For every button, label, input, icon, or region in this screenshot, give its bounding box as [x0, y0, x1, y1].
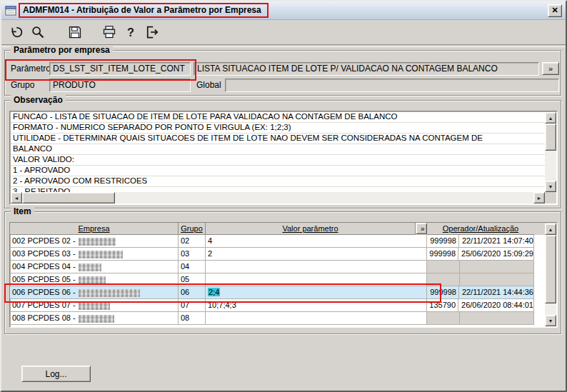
scroll-up-button[interactable]: ▲: [545, 112, 556, 124]
operador-code: 999998: [427, 286, 459, 298]
table-row[interactable]: 005 PCPDES 05 - 05: [10, 273, 557, 286]
title-bar: ADMFM014 - Atribuição de Valor a Parâmet…: [1, 1, 566, 20]
table-header: Empresa Grupo Valor parâmetro » Operador…: [10, 223, 557, 235]
scroll-right-button[interactable]: ►: [533, 192, 545, 203]
cell-valor: [206, 261, 427, 273]
vscroll-thumb[interactable]: [545, 235, 556, 303]
atualizacao-datetime: [460, 261, 463, 273]
operador-code: 135790: [427, 299, 458, 311]
cell-grupo: 03: [179, 248, 206, 261]
column-header-empresa[interactable]: Empresa: [10, 223, 179, 235]
empresa-text: 002 PCPDES 02 -: [12, 236, 76, 245]
cell-valor: 4: [206, 235, 427, 248]
observacao-line: VALOR VALIDO:: [11, 155, 545, 166]
observacao-line: BALANCO: [11, 144, 545, 155]
cell-valor: 2: [206, 248, 427, 261]
cell-grupo: 05: [179, 273, 206, 286]
parametro-groupbox: Parâmetro por empresa Parâmetro DS_LST_S…: [4, 50, 561, 96]
undo-icon: [9, 25, 24, 39]
observacao-groupbox: Observação FUNCAO - LISTA DE SITUACAO DE…: [4, 100, 561, 208]
grupo-label: Grupo: [11, 79, 34, 92]
observacao-vscrollbar[interactable]: ▲ ▼: [545, 112, 556, 192]
column-header-operador[interactable]: Operador/Atualização: [427, 223, 534, 235]
observacao-editor[interactable]: FUNCAO - LISTA DE SITUACAO DE ITEM DE LO…: [9, 111, 558, 205]
log-button[interactable]: Log...: [21, 366, 91, 382]
observacao-line: 2 - APROVADO COM RESTRICOES: [11, 176, 545, 187]
cell-valor: 10;7;4;3: [206, 299, 427, 312]
search-icon: [31, 25, 45, 39]
table-row[interactable]: 007 PCPDES 07 - 07 10;7;4;3 13579026/06/…: [10, 299, 557, 312]
scroll-left-button[interactable]: ◄: [11, 192, 22, 203]
valor-expand-button[interactable]: »: [416, 223, 427, 234]
scroll-down-button[interactable]: ▼: [545, 315, 556, 326]
app-icon: [5, 5, 16, 16]
cell-operador: [427, 261, 534, 273]
redacted-company-name: [79, 276, 106, 284]
print-button[interactable]: [100, 23, 119, 41]
column-header-valor[interactable]: Valor parâmetro: [206, 223, 416, 235]
empresa-text: 006 PCPDES 06 -: [12, 288, 76, 296]
help-icon: ?: [124, 25, 138, 39]
empresa-text: 004 PCPDES 04 -: [12, 262, 76, 271]
search-button[interactable]: [29, 23, 47, 41]
global-field[interactable]: [225, 79, 559, 92]
save-button[interactable]: [66, 23, 84, 41]
cell-empresa: 006 PCPDES 06 -: [10, 286, 179, 299]
redacted-company-name: [79, 315, 114, 323]
scroll-down-button[interactable]: ▼: [545, 181, 556, 192]
redacted-company-name: [79, 302, 110, 310]
help-button[interactable]: ?: [121, 23, 140, 41]
descricao-field[interactable]: LISTA SITUACAO ITEM DE LOTE P/ VALIDACAO…: [194, 62, 539, 76]
svg-text:?: ?: [127, 26, 134, 39]
cell-grupo: 07: [179, 299, 206, 312]
grupo-field[interactable]: PRODUTO: [49, 79, 191, 92]
undo-button[interactable]: [7, 23, 26, 41]
global-label: Global: [196, 79, 221, 92]
table-row[interactable]: 002 PCPDES 02 - 02 4 99999822/11/2021 14…: [10, 235, 557, 248]
redacted-company-name: [79, 238, 116, 246]
cell-operador: 99999822/11/2021 14:07:40: [427, 235, 534, 248]
selected-value: 2;4: [208, 288, 220, 296]
cell-empresa: 003 PCPDES 03 -: [10, 248, 179, 261]
atualizacao-datetime: [460, 312, 463, 324]
descricao-expand-button[interactable]: »: [542, 62, 559, 75]
observacao-hscrollbar[interactable]: ◄ ►: [11, 192, 545, 203]
item-vscrollbar[interactable]: ▲ ▼: [545, 223, 556, 326]
empresa-text: 003 PCPDES 03 -: [12, 249, 76, 258]
cell-empresa: 007 PCPDES 07 -: [10, 299, 179, 312]
table-row[interactable]: 004 PCPDES 04 - 04: [10, 261, 557, 273]
exit-icon: [145, 25, 159, 39]
exit-button[interactable]: [143, 23, 161, 41]
cell-operador: 13579026/06/2020 08:44:01: [427, 299, 534, 312]
parametro-label: Parâmetro: [11, 62, 51, 76]
atualizacao-datetime: 26/06/2020 08:44:01: [458, 299, 533, 311]
parametro-field[interactable]: DS_LST_SIT_ITEM_LOTE_CONT: [49, 62, 191, 76]
scroll-up-button[interactable]: ▲: [545, 223, 556, 235]
item-legend: Item: [11, 206, 34, 216]
cell-grupo: 06: [179, 286, 206, 299]
cell-grupo: 08: [179, 312, 206, 325]
empresa-text: 005 PCPDES 05 -: [12, 275, 76, 283]
close-button[interactable]: ✕: [548, 4, 562, 17]
cell-valor: [206, 312, 427, 325]
observacao-line: 1 - APROVADO: [11, 166, 545, 176]
window-title: ADMFM014 - Atribuição de Valor a Parâmet…: [23, 5, 261, 15]
print-icon: [102, 25, 116, 39]
table-row[interactable]: 008 PCPDES 08 - 08: [10, 312, 557, 325]
atualizacao-datetime: 25/06/2020 15:09:29: [458, 248, 533, 260]
column-header-grupo[interactable]: Grupo: [179, 223, 206, 235]
atualizacao-datetime: 22/11/2021 14:44:36: [459, 286, 533, 298]
app-window: ADMFM014 - Atribuição de Valor a Parâmet…: [0, 0, 567, 392]
atualizacao-datetime: 22/11/2021 14:07:40: [459, 235, 533, 247]
redacted-company-name: [79, 289, 140, 297]
redacted-company-name: [79, 263, 101, 271]
hscroll-thumb[interactable]: [22, 192, 115, 203]
cell-empresa: 002 PCPDES 02 -: [10, 235, 179, 248]
cell-grupo: 04: [179, 261, 206, 273]
operador-code: [427, 312, 460, 324]
observacao-line: FUNCAO - LISTA DE SITUACAO DE ITEM DE LO…: [11, 112, 545, 123]
table-row-selected[interactable]: 006 PCPDES 06 - 06 2;4 99999822/11/2021 …: [10, 286, 557, 299]
vscroll-thumb[interactable]: [545, 124, 556, 151]
table-row[interactable]: 003 PCPDES 03 - 03 2 99999825/06/2020 15…: [10, 248, 557, 261]
annotation-title-box: ADMFM014 - Atribuição de Valor a Parâmet…: [19, 3, 269, 18]
